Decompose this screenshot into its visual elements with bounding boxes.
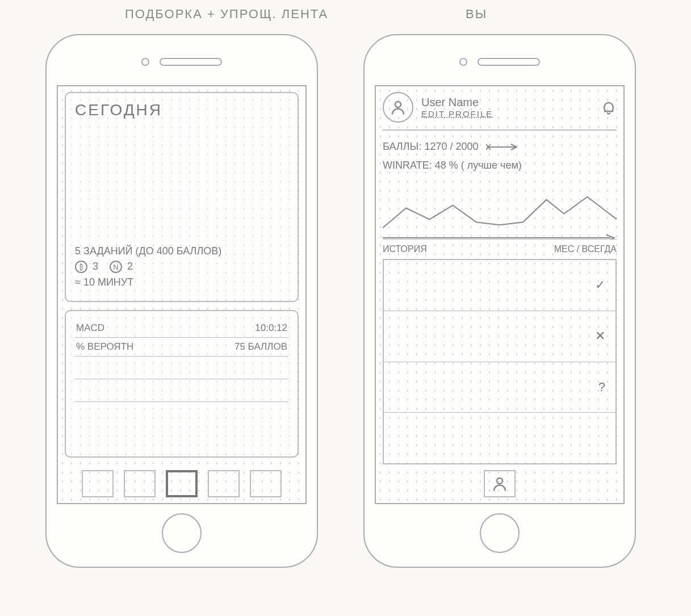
btc-count: 3	[93, 261, 98, 272]
question-icon: ?	[598, 380, 605, 395]
profile-name: User Name	[421, 96, 493, 109]
points-label: БАЛЛЫ:	[383, 141, 421, 152]
phone-left: СЕГОДНЯ 5 ЗАДАНИЙ (ДО 400 БАЛЛОВ) ₿ 3 N …	[45, 34, 318, 568]
winrate-value: 48 %	[435, 160, 458, 171]
time-line: ≈ 10 МИНУТ	[75, 276, 288, 288]
winrate-note: ( лучше чем)	[461, 160, 522, 171]
camera-dot	[141, 58, 149, 66]
tasks-icons-line: ₿ 3 N 2	[75, 261, 288, 274]
points-line: БАЛЛЫ: 1270 / 2000	[383, 141, 617, 153]
feed-row-3[interactable]	[75, 357, 288, 379]
avatar[interactable]	[383, 92, 413, 123]
svg-point-5	[497, 478, 502, 484]
screen-right: User Name EDIT PROFILE БАЛЛЫ: 1270 / 200…	[375, 85, 625, 504]
arrow-right-icon[interactable]	[486, 143, 520, 151]
phone-top-hardware	[47, 58, 317, 66]
stats-chart	[383, 183, 617, 240]
feed-row-2[interactable]: % ВЕРОЯТН 75 БАЛЛОВ	[75, 338, 288, 357]
history-row-3[interactable]: ?	[384, 362, 615, 413]
check-icon: ✓	[595, 278, 605, 292]
svg-point-0	[395, 102, 401, 107]
today-title: СЕГОДНЯ	[75, 101, 288, 119]
phone-right: User Name EDIT PROFILE БАЛЛЫ: 1270 / 200…	[363, 34, 636, 568]
today-card[interactable]: СЕГОДНЯ 5 ЗАДАНИЙ (ДО 400 БАЛЛОВ) ₿ 3 N …	[65, 92, 299, 302]
history-title: ИСТОРИЯ	[383, 244, 427, 254]
feed-row-4[interactable]	[75, 379, 288, 402]
profile-header: User Name EDIT PROFILE	[383, 92, 617, 131]
history-row-2[interactable]: ✕	[384, 311, 615, 362]
history-header: ИСТОРИЯ МЕС / ВСЕГДА	[383, 244, 617, 254]
winrate-line: WINRATE: 48 % ( лучше чем)	[383, 160, 617, 171]
tabbar-right	[383, 464, 617, 497]
btc-icon: ₿	[75, 261, 87, 273]
feed-row2-right: 75 БАЛЛОВ	[234, 341, 287, 353]
history-row-4[interactable]	[384, 413, 615, 463]
tab-profile[interactable]	[484, 470, 516, 497]
history-filter[interactable]: МЕС / ВСЕГДА	[554, 244, 617, 254]
feed-card: MACD 10:0:12 % ВЕРОЯТН 75 БАЛЛОВ	[65, 310, 299, 458]
camera-dot	[459, 58, 467, 66]
sparkline-icon	[383, 183, 617, 239]
tab-4[interactable]	[208, 470, 240, 497]
tasks-line: 5 ЗАДАНИЙ (ДО 400 БАЛЛОВ)	[75, 245, 288, 257]
speaker-slot	[478, 58, 540, 66]
screen-left: СЕГОДНЯ 5 ЗАДАНИЙ (ДО 400 БАЛЛОВ) ₿ 3 N …	[57, 85, 307, 504]
caption-left: ПОДБОРКА + УПРОЩ. ЛЕНТА	[125, 7, 328, 22]
bell-icon[interactable]	[601, 99, 617, 115]
feed-row1-left: MACD	[76, 322, 104, 334]
tabbar-left	[65, 466, 299, 497]
tab-3-active[interactable]	[166, 470, 198, 497]
person-icon	[491, 475, 508, 492]
tab-2[interactable]	[124, 470, 156, 497]
feed-row1-right: 10:0:12	[255, 322, 287, 334]
history-row-1[interactable]: ✓	[384, 260, 615, 311]
winrate-label: WINRATE:	[383, 160, 432, 171]
caption-right: ВЫ	[466, 7, 487, 22]
speaker-slot	[160, 58, 222, 66]
feed-row2-left: % ВЕРОЯТН	[76, 341, 133, 353]
bolt-count: 2	[127, 261, 133, 272]
feed-row-1[interactable]: MACD 10:0:12	[75, 319, 288, 338]
cross-icon: ✕	[595, 329, 605, 343]
tab-1[interactable]	[82, 470, 114, 497]
bolt-icon: N	[110, 261, 122, 273]
edit-profile-link[interactable]: EDIT PROFILE	[421, 109, 493, 119]
phone-top-hardware	[365, 58, 635, 66]
person-icon	[390, 99, 407, 116]
points-value: 1270 / 2000	[424, 141, 478, 152]
history-list: ✓ ✕ ?	[383, 259, 617, 464]
home-button-left[interactable]	[162, 513, 202, 553]
home-button-right[interactable]	[480, 513, 520, 553]
tab-5[interactable]	[250, 470, 282, 497]
